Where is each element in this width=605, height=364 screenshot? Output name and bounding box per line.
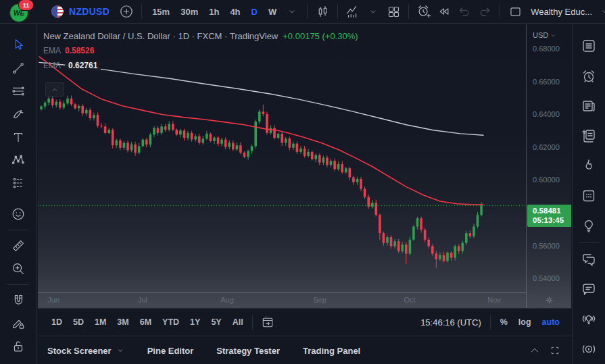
public-chats-button[interactable] [573,244,605,274]
calendar-arrow-icon [261,315,274,329]
alert-clock-plus-icon [416,4,431,19]
tab-trading-panel[interactable]: Trading Panel [303,346,360,356]
tab-stock-screener[interactable]: Stock Screener [47,346,124,356]
range-1m[interactable]: 1M [91,315,110,330]
chevron-up-icon [51,86,59,94]
tool-brush[interactable] [0,103,37,126]
percent-scale-button[interactable]: % [495,315,512,330]
price-change: +0.00175 (+0.30%) [283,31,358,41]
price-tick: 0.66000 [533,78,560,86]
indicators-caret-button[interactable] [363,1,383,22]
toolbar-separator [252,315,253,330]
create-alert-button[interactable] [414,1,434,22]
tool-measure[interactable] [0,234,37,257]
pencil-lock-icon [11,316,26,331]
hotlists-button[interactable] [573,151,605,180]
tool-lock-all[interactable] [0,335,37,358]
tool-magnet[interactable] [0,289,37,312]
legend-collapse-button[interactable] [45,82,64,97]
tool-zoom-in[interactable] [0,257,37,280]
tab-pine-editor[interactable]: Pine Editor [147,346,194,356]
time-axis-label: Aug [217,296,237,304]
range-1d[interactable]: 1D [47,315,66,330]
range-5d[interactable]: 5D [69,315,88,330]
panel-collapse-button[interactable] [529,345,540,356]
layout-button[interactable] [383,1,404,22]
stream-play-icon [581,341,597,357]
watchlist-button[interactable] [573,31,605,61]
ideas-button[interactable] [573,211,605,240]
range-1y[interactable]: 1Y [186,315,204,330]
price-scale[interactable]: USD 0.680000.660000.640000.620000.600000… [526,24,571,308]
chart-legend[interactable]: New Zealand Dollar / U.S. Dollar · 1D · … [43,31,358,71]
symbol-button[interactable]: NZDUSD [69,6,110,17]
bar-replay-button[interactable] [434,1,454,22]
screenshot-button[interactable] [505,1,525,22]
alerts-button[interactable] [573,61,605,90]
ema-line[interactable] [39,62,483,135]
panel-maximize-button[interactable] [550,345,560,356]
tool-projection[interactable] [0,172,37,194]
time-axis-label: Nov [484,296,504,304]
time-axis-label: Jun [43,296,64,304]
indicators-button[interactable] [343,1,363,22]
tool-emoji[interactable] [0,203,37,226]
range-5y[interactable]: 5Y [207,315,225,330]
economic-calendar-button[interactable] [573,181,605,211]
chart-style-button[interactable] [312,1,333,22]
compare-add-symbol-button[interactable] [116,1,137,22]
ruler-icon [11,238,26,253]
last-price-label: 0.58481 05:13:45 [527,205,571,227]
range-all[interactable]: All [228,315,247,330]
undo-button[interactable] [454,1,475,22]
brush-icon [11,107,26,122]
trend-line-icon [11,61,26,76]
indicator-label: EMA [43,61,61,70]
time-axis[interactable]: JunJulAugSepOctNov [38,292,526,308]
tool-fib-retracement[interactable] [0,80,37,103]
redo-button[interactable] [475,1,495,22]
streams-button[interactable] [573,334,605,364]
chart-title[interactable]: New Zealand Dollar / U.S. Dollar · 1D · … [43,31,358,41]
tool-cursor[interactable] [0,34,37,57]
news-button[interactable] [573,91,605,121]
account-logo[interactable]: WE 11 [9,1,30,22]
timeframe-w[interactable]: W [264,4,281,20]
tool-trend-line[interactable] [0,57,37,80]
auto-scale-button[interactable]: auto [537,315,564,330]
range-6m[interactable]: 6M [136,315,155,330]
bottom-toolbar: 1D5D1M3M6MYTD1Y5YAll 15:46:16 (UTC) %log… [38,309,571,336]
account-menu-button[interactable]: Wealthy Educ... [531,7,592,17]
tab-label: Stock Screener [47,346,112,356]
timeframe-d[interactable]: D [247,4,262,20]
tool-text[interactable] [0,126,37,149]
account-caret-button[interactable] [595,1,605,22]
chevron-down-icon [116,346,124,355]
currency-label[interactable]: USD [533,31,556,39]
indicator-row[interactable]: EMA0.62761 [43,60,358,71]
tool-drawing-mode-lock[interactable] [0,312,37,335]
timeframe-15m[interactable]: 15m [148,4,174,20]
range-ytd[interactable]: YTD [158,315,183,330]
indicator-row[interactable]: EMA0.58526 [43,46,358,55]
utc-clock[interactable]: 15:46:16 (UTC) [420,317,481,328]
tool-xabcd-pattern[interactable] [0,149,37,172]
goto-date-button[interactable] [258,312,278,332]
axis-settings-button[interactable] [527,292,571,308]
undo-arrow-icon [458,5,471,18]
live-ideas-button[interactable] [573,304,605,334]
indicator-value: 0.62761 [65,60,101,71]
timeframe-4h[interactable]: 4h [226,4,244,20]
timeframe-caret-button[interactable] [282,1,302,22]
range-3m[interactable]: 3M [113,315,132,330]
private-chat-button[interactable] [573,274,605,304]
price-tick: 0.64000 [533,110,560,118]
notes-button[interactable] [573,121,605,151]
chart-pane[interactable]: New Zealand Dollar / U.S. Dollar · 1D · … [38,24,571,309]
log-scale-button[interactable]: log [514,315,536,330]
timeframe-30m[interactable]: 30m [176,4,202,20]
maximize-brackets-icon [550,345,560,356]
timeframe-1h[interactable]: 1h [205,4,223,20]
tab-strategy-tester[interactable]: Strategy Tester [216,346,280,356]
lock-open-icon [11,339,26,354]
